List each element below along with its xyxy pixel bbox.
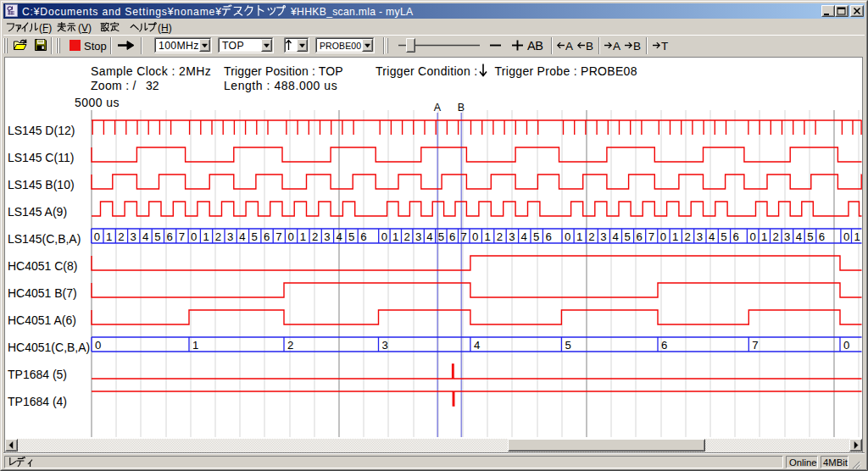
svg-text:2: 2 [684, 230, 690, 243]
svg-text:7: 7 [275, 230, 281, 243]
svg-text:Trigger Probe : PROBE08: Trigger Probe : PROBE08 [495, 64, 637, 78]
svg-text:5: 5 [154, 230, 160, 243]
svg-text:4: 4 [426, 230, 432, 243]
svg-text:0: 0 [287, 230, 293, 243]
svg-text:5: 5 [252, 230, 258, 243]
svg-text:7: 7 [648, 230, 654, 243]
svg-text:4: 4 [612, 230, 618, 243]
svg-text:1: 1 [192, 339, 198, 352]
svg-text:1: 1 [300, 230, 306, 243]
svg-text:(H): (H) [158, 22, 172, 34]
svg-text:HC4051 C(8): HC4051 C(8) [8, 259, 77, 273]
svg-text:5: 5 [565, 339, 570, 352]
svg-text:2: 2 [773, 230, 779, 243]
svg-text:TOP: TOP [222, 40, 244, 52]
svg-text:4: 4 [709, 230, 715, 243]
svg-text:HC4051(C,B,A): HC4051(C,B,A) [8, 341, 90, 354]
svg-text:1: 1 [576, 230, 582, 243]
svg-text:100MHz: 100MHz [159, 40, 199, 52]
svg-text:0: 0 [94, 230, 100, 243]
svg-text:1: 1 [392, 230, 398, 243]
svg-text:3: 3 [131, 230, 136, 243]
svg-text:A: A [613, 40, 620, 53]
svg-text:5: 5 [533, 230, 539, 243]
svg-text:¥HHKB_scan.mla - myLA: ¥HHKB_scan.mla - myLA [290, 6, 414, 18]
svg-text:6: 6 [733, 230, 739, 243]
svg-text:C:¥Documents and Settings¥nona: C:¥Documents and Settings¥noname¥ [22, 6, 222, 18]
svg-text:Stop: Stop [84, 40, 107, 53]
svg-text:6: 6 [661, 339, 667, 352]
svg-text:LS145 A(9): LS145 A(9) [8, 205, 67, 219]
svg-text:B: B [633, 40, 641, 53]
svg-text:(F): (F) [39, 22, 52, 34]
svg-text:2: 2 [588, 230, 594, 243]
svg-text:6: 6 [637, 230, 643, 243]
svg-text:Length : 488.000 us: Length : 488.000 us [224, 79, 337, 92]
svg-text:LS145 C(11): LS145 C(11) [8, 151, 74, 164]
svg-text:5: 5 [625, 230, 631, 243]
svg-text:0: 0 [749, 230, 755, 243]
svg-text:0: 0 [381, 230, 387, 243]
svg-text:5000 us: 5000 us [75, 96, 120, 109]
svg-text:(V): (V) [78, 22, 92, 34]
svg-text:TP1684 (4): TP1684 (4) [8, 395, 67, 408]
svg-text:0: 0 [191, 230, 197, 243]
svg-text:HC4051 B(7): HC4051 B(7) [8, 286, 77, 300]
svg-text:6: 6 [264, 230, 270, 243]
svg-text:0: 0 [843, 339, 849, 352]
svg-text:0: 0 [472, 230, 478, 243]
svg-text:3: 3 [382, 339, 388, 352]
svg-text:5: 5 [348, 230, 354, 243]
svg-text:6: 6 [167, 230, 173, 243]
svg-text:2: 2 [404, 230, 410, 243]
svg-text:1: 1 [106, 230, 112, 243]
svg-text:3: 3 [415, 230, 421, 243]
svg-text:3: 3 [600, 230, 606, 243]
svg-text:1: 1 [854, 230, 860, 243]
svg-text:0: 0 [565, 230, 570, 243]
svg-text:0: 0 [843, 230, 849, 243]
svg-text:5: 5 [807, 230, 813, 243]
svg-text:Trigger Position : TOP: Trigger Position : TOP [224, 64, 343, 78]
svg-text:4MBit: 4MBit [823, 457, 849, 468]
svg-text:2: 2 [497, 230, 503, 243]
svg-text:4: 4 [521, 230, 527, 243]
svg-text:TP1684 (5): TP1684 (5) [8, 368, 67, 381]
svg-text:5: 5 [438, 230, 444, 243]
svg-text:2: 2 [215, 230, 221, 243]
svg-text:6: 6 [360, 230, 366, 243]
svg-text:LS145(C,B,A): LS145(C,B,A) [8, 232, 81, 246]
svg-text:Online: Online [789, 457, 817, 468]
svg-text:AB: AB [527, 39, 543, 53]
svg-text:4: 4 [474, 339, 480, 352]
svg-text:32: 32 [146, 79, 159, 92]
svg-text:6: 6 [819, 230, 825, 243]
svg-text:5: 5 [721, 230, 726, 243]
svg-text:1: 1 [672, 230, 678, 243]
svg-text:A: A [434, 102, 442, 114]
svg-text:4: 4 [337, 230, 342, 243]
svg-text:0: 0 [660, 230, 666, 243]
svg-text:4: 4 [142, 230, 148, 243]
svg-text:4: 4 [239, 230, 245, 243]
svg-text:HC4051 A(6): HC4051 A(6) [8, 313, 76, 327]
svg-text:B: B [458, 102, 465, 114]
svg-text:2: 2 [287, 339, 293, 352]
svg-text:3: 3 [324, 230, 330, 243]
svg-text:LS145 D(12): LS145 D(12) [8, 124, 75, 137]
svg-text:6: 6 [545, 230, 551, 243]
svg-text:3: 3 [784, 230, 790, 243]
svg-text:7: 7 [752, 339, 758, 352]
svg-text:0: 0 [95, 339, 101, 352]
svg-text:B: B [586, 40, 593, 53]
svg-text:2: 2 [118, 230, 124, 243]
svg-text:2: 2 [312, 230, 318, 243]
svg-text:7: 7 [179, 230, 185, 243]
svg-text:1: 1 [484, 230, 490, 243]
svg-text:3: 3 [227, 230, 233, 243]
svg-text:Trigger Condition :: Trigger Condition : [376, 64, 477, 78]
svg-text:A: A [565, 40, 573, 53]
svg-text:4: 4 [796, 230, 802, 243]
svg-text:1: 1 [203, 230, 209, 243]
svg-text:PROBE00: PROBE00 [320, 41, 361, 51]
